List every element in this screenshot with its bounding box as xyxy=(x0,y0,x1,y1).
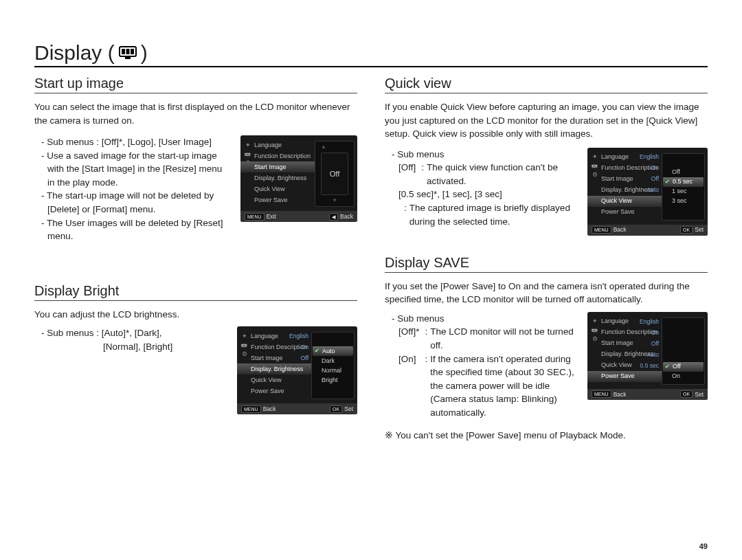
lcd-row: Quick View xyxy=(237,374,311,385)
def-value: The LCD monitor will not be turned off. xyxy=(430,325,578,352)
section-bright: Display Bright You can adjust the LCD br… xyxy=(34,283,357,415)
def-label: [Off]* xyxy=(398,325,425,352)
lcd-footer-label: Set xyxy=(344,406,353,412)
svg-rect-1 xyxy=(122,49,125,54)
lcd-row: Power Save xyxy=(237,385,311,396)
lcd-row: Function DescriptionOn xyxy=(587,163,662,174)
lcd-option: On xyxy=(662,372,704,381)
sub-menus-label: - Sub menus xyxy=(385,312,578,326)
page-title: Display ( ) xyxy=(34,41,708,67)
section-quick: Quick view If you enable Quick View befo… xyxy=(385,76,708,236)
lcd-option: 1 sec xyxy=(662,187,704,197)
lcd-preview-bright: ✦▭⚙ LanguageEnglish Function Description… xyxy=(237,326,357,414)
lcd-row: Start ImageOff xyxy=(587,338,662,349)
lcd-footer-label: Exit xyxy=(267,214,276,220)
def-label: [Off] xyxy=(398,161,421,188)
lcd-option: Normal xyxy=(312,366,354,375)
def-value: If the camera isn't operated during the … xyxy=(430,352,578,420)
bullet: - The start-up image will not be deleted… xyxy=(41,189,231,216)
section-intro: You can adjust the LCD brightness. xyxy=(34,308,357,322)
lcd-option: 3 sec xyxy=(662,197,704,206)
lcd-row: Power Save xyxy=(587,207,662,218)
title-prefix: Display ( xyxy=(34,41,115,65)
svg-rect-3 xyxy=(131,49,134,54)
lcd-footer-key: MENU xyxy=(592,226,611,234)
footnote: ※ You can't set the [Power Save] menu of… xyxy=(385,429,708,443)
lcd-row: Function Description xyxy=(240,150,315,161)
lcd-footer-label: Back xyxy=(340,214,353,220)
lcd-option: Bright xyxy=(312,375,354,385)
def-label: [On] xyxy=(398,352,425,420)
lcd-footer-label: Back xyxy=(614,392,627,398)
lcd-row: Language xyxy=(240,139,315,150)
def-label: [0.5 sec]*, [1 sec], [3 sec] xyxy=(385,188,578,201)
lcd-option: Off xyxy=(662,168,704,177)
lcd-panel-value: Off xyxy=(321,153,348,195)
section-title: Start up image xyxy=(34,76,357,93)
lcd-preview-quick: ✦▭⚙ LanguageEnglish Function Description… xyxy=(587,148,708,236)
bullet: - Sub menus : [Off]*, [Logo], [User Imag… xyxy=(41,135,231,149)
bullet: [Normal], [Bright] xyxy=(41,340,227,354)
lcd-row: Power Save xyxy=(240,194,315,205)
lcd-option-selected: ✔Off xyxy=(663,362,704,372)
lcd-footer-key: OK xyxy=(330,405,342,413)
section-intro: You can select the image that is first d… xyxy=(34,100,357,127)
lcd-option-selected: ✔Auto xyxy=(313,346,353,356)
lcd-row: LanguageEnglish xyxy=(237,331,311,341)
lcd-footer-label: Back xyxy=(263,406,276,412)
lcd-option: Dark xyxy=(312,356,354,366)
lcd-row-selected: Quick View xyxy=(587,196,662,207)
section-intro: If you set the [Power Save] to On and th… xyxy=(385,280,708,306)
sub-menus-label: - Sub menus xyxy=(385,148,578,161)
lcd-row: Quick View0.5 sec xyxy=(587,360,662,371)
lcd-preview-save: ✦▭⚙ LanguageEnglish Function Description… xyxy=(587,312,708,400)
section-title: Display SAVE xyxy=(385,255,708,273)
lcd-footer-key: OK xyxy=(680,390,693,398)
lcd-row: Display. BrightnessAuto xyxy=(587,185,662,196)
lcd-row: Display. BrightnessAuto xyxy=(587,349,662,360)
lcd-footer-key: ◀ xyxy=(329,213,338,221)
section-title: Quick view xyxy=(385,76,708,93)
lcd-row: Start ImageOff xyxy=(587,174,662,185)
section-title: Display Bright xyxy=(34,283,357,301)
bullet: - The User images will be deleted by [Re… xyxy=(41,216,231,243)
lcd-footer-label: Set xyxy=(695,392,704,398)
section-save: Display SAVE If you set the [Power Save]… xyxy=(385,255,708,443)
lcd-row: Display. Brightness xyxy=(240,172,315,183)
lcd-footer-key: MENU xyxy=(245,213,265,221)
lcd-row-selected: Display. Brightness xyxy=(237,363,311,374)
lcd-footer-key: OK xyxy=(680,226,693,234)
lcd-row: LanguageEnglish xyxy=(587,152,662,163)
lcd-row-selected: Power Save xyxy=(587,371,662,382)
lcd-row: Start ImageOff xyxy=(237,352,311,363)
lcd-row: Function DescriptionOn xyxy=(237,341,311,352)
title-suffix: ) xyxy=(141,41,148,65)
def-value: The quick view function can't be activat… xyxy=(427,161,578,188)
lcd-footer-label: Set xyxy=(695,227,704,233)
def-value: The captured image is briefly displayed … xyxy=(409,201,578,228)
svg-rect-2 xyxy=(126,49,129,54)
lcd-footer-key: MENU xyxy=(592,390,611,398)
lcd-row: Function DescriptionOn xyxy=(587,327,662,338)
section-intro: If you enable Quick View before capturin… xyxy=(385,100,708,141)
lcd-footer-label: Back xyxy=(614,227,627,233)
svg-rect-4 xyxy=(125,57,131,59)
lcd-option-selected: ✔0.5 sec xyxy=(663,177,704,187)
lcd-row: LanguageEnglish xyxy=(587,316,662,327)
lcd-footer-key: MENU xyxy=(241,405,261,413)
lcd-preview-startup: ✦▭⚙ Language Function Description Start … xyxy=(240,135,357,222)
lcd-row: Quick View xyxy=(240,183,315,194)
bullet: - Use a saved image for the start-up ima… xyxy=(41,149,231,190)
display-icon xyxy=(119,46,137,60)
lcd-row-selected: Start Image xyxy=(240,161,315,172)
page-number: 49 xyxy=(699,542,708,550)
section-startup: Start up image You can select the image … xyxy=(34,76,357,243)
bullet: - Sub menus : [Auto]*, [Dark], xyxy=(41,326,227,340)
